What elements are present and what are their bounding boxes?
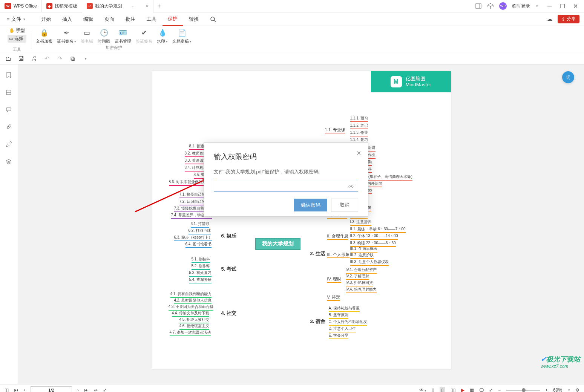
wm-line2: www.xz7.com [541,364,580,369]
sidebar-toggle-icon[interactable]: ◫ [5,387,9,392]
clock-icon: 🕒 [100,28,109,37]
menu-protect[interactable]: 保护 [162,12,183,26]
leaf: IV.1. 合理分配资产 [346,267,377,274]
float-badge[interactable]: 词 [562,71,574,83]
tab-menu-icon[interactable]: ⋯ [132,4,136,8]
hand-label: 手型 [16,28,25,34]
tab-close-icon[interactable]: ✕ [146,4,149,8]
redo-icon[interactable]: ↷ [57,56,63,62]
view-single-icon[interactable]: ▯ [440,387,445,392]
prev-page-icon[interactable]: ‹ [24,387,25,392]
maximize-button[interactable]: ☐ [556,0,569,12]
leaf: 6.3. 跑步（keep打卡） [174,235,212,241]
cloud-icon[interactable]: ☁ [546,16,553,23]
svg-rect-10 [6,108,11,111]
leaf: IV.3. 拒绝校园贷 [346,280,373,286]
canvas-area[interactable]: M 亿图脑图MindMaster 我的大学规划 1.1. 专业课 1.1.1. … [18,64,584,384]
eye-icon[interactable]: 👁 [348,184,354,190]
tab-wps-home[interactable]: W WPS Office [0,0,42,12]
password-input[interactable] [214,180,358,192]
menu-search[interactable] [205,12,221,26]
minimize-button[interactable]: ─ [543,0,556,12]
zoom-out-icon[interactable]: − [498,387,501,392]
fit-page-icon[interactable]: ⤢ [103,387,107,392]
expand-icon[interactable]: ⤢ [489,387,493,392]
file-menu[interactable]: ≡ 文件 ▾ [5,15,28,23]
grid-view-icon[interactable]: ▦ [470,387,474,392]
pen-icon[interactable] [6,141,12,148]
leaf: 4.2. 及时回复他人信息 [174,298,212,304]
verify-icon: ✔ [139,28,149,37]
last-page-icon[interactable]: ⏭ [84,387,89,392]
copy-icon[interactable]: ⧉ [69,56,75,62]
fit-width-icon[interactable]: ⇔ [94,387,98,392]
layers-icon[interactable] [6,159,12,165]
ribbon: ✋手型 ▭选择 工具 🔒文档加密 ✒证书签名▾ ▭签名域 🕒时间戳 🪪证书管理 … [0,26,584,53]
close-button[interactable]: ✕ [569,0,582,12]
view-double-icon[interactable]: ▯▯ [451,387,456,392]
tab-document[interactable]: P 我的大学规划 ⋯ ✕ [82,0,153,12]
cert-manage-button[interactable]: 🪪证书管理 [115,28,131,44]
screen-icon[interactable]: 🖵 [479,387,484,392]
brand-en: MindMaster [406,82,431,88]
thumbnail-icon[interactable] [6,89,12,96]
play-icon[interactable]: ▶ [461,387,464,392]
watermark-button[interactable]: 💧水印▾ [157,28,168,44]
open-icon[interactable]: 🗀 [5,56,11,62]
confirm-button[interactable]: 确认密码 [294,199,327,211]
doc-lock-button[interactable]: 📄文档定稿▾ [172,28,192,44]
cube-icon[interactable] [487,3,494,9]
menu-page[interactable]: 页面 [99,12,120,26]
svg-marker-11 [6,159,11,162]
save-icon[interactable]: 🖫 [18,56,24,62]
tab-template[interactable]: ◆ 找稻壳模板 [42,0,82,12]
svg-marker-2 [488,3,493,6]
svg-rect-0 [476,4,481,8]
cancel-button[interactable]: 取消 [331,199,358,211]
more-icon[interactable]: ▾ [82,56,88,62]
next-page-icon[interactable]: › [77,387,79,392]
comment-icon[interactable] [6,107,12,113]
leaf: III.1. 生病早就医 [350,246,377,253]
svg-point-6 [211,17,215,21]
undo-icon[interactable]: ↶ [44,56,50,62]
zoom-slider[interactable] [506,390,540,391]
share-button[interactable]: ⇪ 分享 [558,15,579,23]
timestamp-button[interactable]: 🕒时间戳 [98,28,110,44]
eye-view-icon[interactable]: 👁▾ [419,387,426,392]
first-page-icon[interactable]: ⏮ [14,387,18,392]
layout-icon[interactable] [475,3,482,9]
wps-logo-icon: W [5,3,11,9]
settings-icon[interactable]: ⚙ [575,387,579,392]
avatar[interactable]: WP [499,2,507,10]
cert-icon: 🪪 [118,28,127,37]
dialog-close-button[interactable]: ✕ [356,150,361,157]
status-bar: ◫ ⏮ ‹ › ⏭ ⇔ ⤢ 👁▾ ▯ ▯ ▯▯ ▶ ▦ 🖵 ⤢ − + 69%▾… [0,384,584,392]
leaf: II.2. 午休 13：00——14：00 [350,233,398,240]
view-1-icon[interactable]: ▯ [432,387,434,392]
add-tab-button[interactable]: + [153,3,165,9]
leaf: 6.1. 打篮球 [191,221,209,228]
menu-insert[interactable]: 插入 [57,12,77,26]
page-input[interactable] [31,386,72,392]
menu-annotate[interactable]: 批注 [120,12,141,26]
menu-edit[interactable]: 编辑 [78,12,98,26]
select-tool[interactable]: ▭选择 [8,35,26,43]
menu-start[interactable]: 开始 [36,12,56,26]
cert-sign-button[interactable]: ✒证书签名▾ [57,28,76,44]
encrypt-button[interactable]: 🔒文档加密 [36,28,52,44]
attachment-icon[interactable] [6,124,12,131]
menu-convert[interactable]: 转换 [184,12,204,26]
chevron-down-icon: ▾ [23,17,25,21]
menu-tools[interactable]: 工具 [141,12,162,26]
node-1-1: 1.1. 专业课 [325,127,345,133]
tab-label: 我的大学规划 [95,3,122,9]
print-icon[interactable]: 🖨 [31,56,37,62]
login-status[interactable]: 临时登录 [512,3,530,9]
watermark-icon: 💧 [158,28,167,37]
bookmark-icon[interactable] [6,72,12,79]
hand-tool[interactable]: ✋手型 [8,27,26,35]
password-dialog: 输入权限密码 ✕ 文件"我的大学规划.pdf"被保护，请输入权限密码: 👁 确认… [204,142,368,217]
leaf: A. 保持礼貌与尊重 [329,306,360,312]
zoom-in-icon[interactable]: + [545,387,548,392]
